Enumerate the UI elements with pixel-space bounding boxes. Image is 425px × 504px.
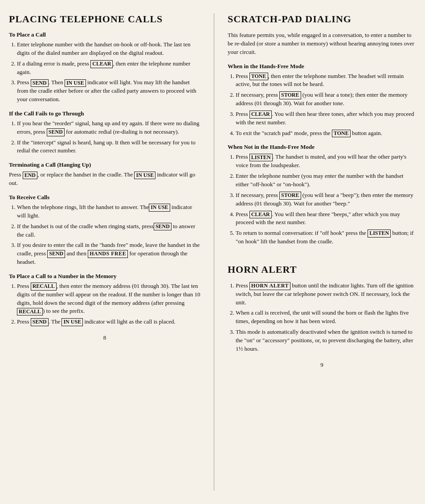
left-column: Placing Telephone Calls To Place a Call … xyxy=(9,13,200,491)
list-item: Enter telephone number with the handset … xyxy=(17,41,200,57)
send-key: SEND xyxy=(154,223,172,231)
scratch-pad-title: Scratch-Pad Dialing xyxy=(228,13,416,25)
not-hands-free-list: Press LISTEN. The handset is muted, and … xyxy=(228,153,416,246)
call-fails-section: If the Call Fails to go Through If you h… xyxy=(9,110,200,155)
place-call-list: Enter telephone number with the handset … xyxy=(9,41,200,104)
list-item: If the handset is out of the cradle when… xyxy=(17,222,200,239)
store-key: STORE xyxy=(279,91,301,99)
list-item: Press CLEAR. You will then hear three "b… xyxy=(236,210,416,227)
hands-free-list: Press TONE, then enter the telephone num… xyxy=(228,72,416,138)
tone-key: TONE xyxy=(249,73,268,81)
clear-key: CLEAR xyxy=(249,111,272,119)
column-divider xyxy=(214,13,214,491)
horn-alert-title: Horn Alert xyxy=(228,264,416,275)
hands-free-heading: When in the Hands-Free Mode xyxy=(228,63,416,70)
send-key: SEND xyxy=(47,250,65,258)
memory-call-heading: To Place a Call to a Number in the Memor… xyxy=(9,273,200,280)
send-key: SEND xyxy=(31,318,49,326)
left-page-number: 8 xyxy=(9,334,200,341)
in-use-key: IN USE xyxy=(65,79,86,87)
terminating-text: Press END, or replace the handset in the… xyxy=(9,171,200,188)
place-call-section: To Place a Call Enter telephone number w… xyxy=(9,31,200,104)
list-item: When the telephone rings, lift the hands… xyxy=(17,203,200,220)
horn-alert-section: Horn Alert Press HORN ALERT button until… xyxy=(228,264,416,353)
left-title: Placing Telephone Calls xyxy=(9,13,200,25)
list-item: If the "intercept" signal is heard, hang… xyxy=(17,139,200,156)
call-fails-heading: If the Call Fails to go Through xyxy=(9,110,200,117)
receive-calls-list: When the telephone rings, lift the hands… xyxy=(9,203,200,266)
scratch-pad-intro: This feature permits you, while engaged … xyxy=(228,31,416,57)
receive-calls-section: To Receive Calls When the telephone ring… xyxy=(9,194,200,266)
list-item: Press RECALL, then enter the memory addr… xyxy=(17,282,200,316)
store-key: STORE xyxy=(279,192,301,200)
list-item: Press TONE, then enter the telephone num… xyxy=(236,72,416,89)
memory-call-list: Press RECALL, then enter the memory addr… xyxy=(9,282,200,326)
place-call-heading: To Place a Call xyxy=(9,31,200,38)
list-item: If necessary, press STORE (you will hear… xyxy=(236,91,416,108)
listen-key: LISTEN xyxy=(249,154,273,162)
clear-key: CLEAR xyxy=(249,211,272,219)
terminating-section: Terminating a Call (Hanging Up) Press EN… xyxy=(9,161,200,188)
list-item: If a dialing error is made, press CLEAR,… xyxy=(17,60,200,77)
list-item: If you hear the "reorder" signal, hang u… xyxy=(17,119,200,136)
hands-free-key: HANDS FREE xyxy=(88,250,128,258)
list-item: If you desire to enter the call in the "… xyxy=(17,241,200,266)
end-key: END xyxy=(23,172,37,180)
terminating-heading: Terminating a Call (Hanging Up) xyxy=(9,161,200,168)
list-item: This mode is automatically deactivated w… xyxy=(236,328,416,353)
hands-free-section: When in the Hands-Free Mode Press TONE, … xyxy=(228,63,416,138)
horn-alert-key: HORN ALERT xyxy=(249,282,290,290)
recall-key: RECALL xyxy=(31,283,57,291)
in-use-key: IN USE xyxy=(61,318,83,326)
right-column: Scratch-Pad Dialing This feature permits… xyxy=(228,13,416,491)
send-key: SEND xyxy=(47,128,65,136)
list-item: When a call is received, the unit will s… xyxy=(236,309,416,326)
right-page-number: 9 xyxy=(228,361,416,369)
list-item: Press CLEAR. You will then hear three to… xyxy=(236,110,416,127)
list-item: To return to normal conversation: if "of… xyxy=(236,229,416,246)
clear-key: CLEAR xyxy=(90,60,113,68)
list-item: To exit the "scratch pad" mode, press th… xyxy=(236,129,416,138)
in-use-key: IN USE xyxy=(134,172,155,180)
list-item: Press SEND. Then IN USE indicator will l… xyxy=(17,78,200,104)
recall-key: RECALL xyxy=(17,308,43,316)
list-item: Press SEND. The IN USE indicator will li… xyxy=(17,318,200,326)
page: Placing Telephone Calls To Place a Call … xyxy=(0,0,425,504)
listen-key: LISTEN xyxy=(368,229,391,238)
list-item: Press LISTEN. The handset is muted, and … xyxy=(236,153,416,170)
tone-key: TONE xyxy=(332,130,351,138)
list-item: Press HORN ALERT button until the indica… xyxy=(236,282,416,307)
horn-alert-list: Press HORN ALERT button until the indica… xyxy=(228,282,416,353)
list-item: Enter the telephone number (you may ente… xyxy=(236,172,416,189)
not-hands-free-section: When Not in the Hands-Free Mode Press LI… xyxy=(228,143,416,246)
not-hands-free-heading: When Not in the Hands-Free Mode xyxy=(228,143,416,151)
list-item: If necessary, press STORE (you will hear… xyxy=(236,191,416,208)
call-fails-list: If you hear the "reorder" signal, hang u… xyxy=(9,119,200,155)
memory-call-section: To Place a Call to a Number in the Memor… xyxy=(9,273,200,326)
receive-calls-heading: To Receive Calls xyxy=(9,194,200,201)
send-key: SEND xyxy=(31,79,49,87)
in-use-key: IN USE xyxy=(149,204,170,212)
